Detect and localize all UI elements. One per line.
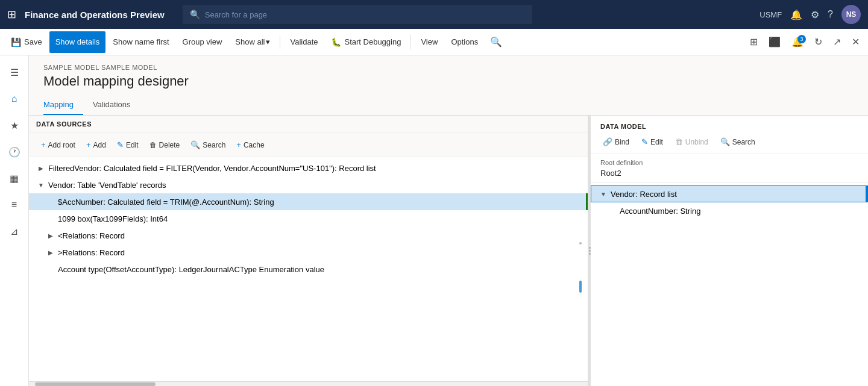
sidebar-item-list[interactable]: ≡ — [2, 193, 27, 217]
expand-icon-vendor[interactable]: ▼ — [36, 182, 46, 188]
ds-scrollbar-h[interactable] — [29, 381, 588, 386]
search-input[interactable] — [205, 10, 525, 19]
sidebar-item-home[interactable]: ⌂ — [2, 87, 27, 111]
show-all-button[interactable]: Show all ▾ — [229, 31, 276, 53]
expand-icon-relationsLt[interactable]: ▶ — [46, 232, 55, 239]
search-ds-button[interactable]: 🔍 Search — [186, 138, 230, 152]
dm-item-accountNumber[interactable]: AccountNumber: String — [591, 202, 868, 219]
datamodel-panel: DATA MODEL 🔗 Bind ✎ Edit 🗑 Unbind — [591, 116, 868, 386]
save-icon: 💾 — [11, 37, 21, 47]
add-icon: + — [86, 140, 91, 149]
action-bar: 💾 Save Show details Show name first Grou… — [0, 29, 868, 55]
validate-button[interactable]: Validate — [284, 31, 324, 53]
expand-icon[interactable]: ⬛ — [765, 34, 784, 50]
add-button[interactable]: + Add — [81, 138, 111, 152]
top-nav: ⊞ Finance and Operations Preview 🔍 USMF … — [0, 0, 868, 29]
notification-badge: 3 — [797, 35, 806, 43]
sidebar-item-filter[interactable]: ⊿ — [2, 219, 27, 243]
datasources-panel: DATA SOURCES + Add root + Add ✎ Edit — [29, 116, 588, 386]
cache-button[interactable]: + Cache — [231, 138, 269, 152]
group-view-button[interactable]: Group view — [177, 31, 228, 53]
tree-item-accountType[interactable]: Account type(OffsetAccountType): LedgerJ… — [29, 261, 588, 278]
dm-search-icon: 🔍 — [720, 137, 730, 146]
app-title: Finance and Operations Preview — [25, 10, 165, 20]
search-bar-icon[interactable]: 🔍 — [485, 34, 507, 50]
delete-icon: 🗑 — [149, 141, 157, 149]
dm-expand-vendor[interactable]: ▼ — [599, 191, 608, 198]
sidebar-item-menu[interactable]: ☰ — [2, 60, 27, 84]
breadcrumb: SAMPLE MODEL SAMPLE MODEL — [43, 64, 854, 71]
dm-edit-button[interactable]: ✎ Edit — [637, 135, 668, 149]
show-name-first-button[interactable]: Show name first — [107, 31, 175, 53]
datasources-tree: ▶ FilteredVendor: Calculated field = FIL… — [29, 157, 588, 381]
datamodel-toolbar: 🔗 Bind ✎ Edit 🗑 Unbind 🔍 Search — [591, 132, 868, 154]
tree-item-relationsGt[interactable]: ▶ >Relations: Record — [29, 244, 588, 261]
company-label: USMF — [760, 10, 782, 19]
page-title: Model mapping designer — [43, 73, 854, 89]
datamodel-header: DATA MODEL — [591, 116, 868, 132]
add-root-button[interactable]: + Add root — [36, 138, 80, 152]
edit-button[interactable]: ✎ Edit — [112, 138, 143, 152]
datasources-header: DATA SOURCES — [29, 116, 588, 133]
selected-bar-blue — [866, 186, 867, 202]
sidebar-item-workspaces[interactable]: ▦ — [2, 166, 27, 190]
refresh-icon[interactable]: ↻ — [811, 34, 826, 50]
edit-icon: ✎ — [117, 140, 124, 149]
save-button[interactable]: 💾 Save — [5, 31, 48, 53]
sidebar-item-favorites[interactable]: ★ — [2, 113, 27, 137]
options-button[interactable]: Options — [445, 31, 484, 53]
expand-icon-relationsGt[interactable]: ▶ — [46, 249, 55, 256]
page-header: SAMPLE MODEL SAMPLE MODEL Model mapping … — [29, 55, 868, 95]
tree-item-vendor[interactable]: ▼ Vendor: Table 'VendTable' records — [29, 176, 588, 193]
delete-button[interactable]: 🗑 Delete — [145, 139, 185, 152]
bind-button[interactable]: 🔗 Bind — [598, 135, 634, 149]
tree-item-filteredVendor[interactable]: ▶ FilteredVendor: Calculated field = FIL… — [29, 160, 588, 176]
ds-scroll-thumb[interactable] — [35, 382, 156, 386]
search-ds-icon: 🔍 — [190, 140, 200, 149]
tab-validations[interactable]: Validations — [93, 95, 140, 115]
sidebar-item-recent[interactable]: 🕐 — [2, 140, 27, 164]
separator-2 — [410, 35, 411, 49]
unbind-button[interactable]: 🗑 Unbind — [670, 135, 713, 149]
notification-icon[interactable]: 🔔 — [790, 9, 802, 20]
view-button[interactable]: View — [415, 31, 444, 53]
main-layout: ☰ ⌂ ★ 🕐 ▦ ≡ ⊿ SAMPLE MODEL SAMPLE MODEL … — [0, 55, 868, 386]
dm-edit-icon: ✎ — [641, 137, 648, 146]
selected-bar-green — [586, 193, 588, 210]
start-debugging-button[interactable]: 🐛 Start Debugging — [325, 31, 407, 53]
tab-mapping[interactable]: Mapping — [43, 95, 83, 115]
bind-icon: 🔗 — [603, 137, 612, 146]
help-icon[interactable]: ? — [828, 9, 833, 20]
root-definition: Root definition Root2 — [591, 154, 868, 183]
right-icons: ⊞ ⬛ 🔔 3 ↻ ↗ ✕ — [746, 34, 863, 50]
close-icon[interactable]: ✕ — [848, 34, 863, 50]
content-area: SAMPLE MODEL SAMPLE MODEL Model mapping … — [29, 55, 868, 386]
vscroll-mark-1 — [579, 242, 582, 244]
avatar[interactable]: NS — [841, 5, 861, 24]
cache-icon: + — [236, 140, 241, 149]
datasources-toolbar: + Add root + Add ✎ Edit 🗑 Delete — [29, 133, 588, 157]
separator-1 — [280, 35, 280, 49]
vscroll-mark-2 — [579, 281, 582, 293]
left-sidebar: ☰ ⌂ ★ 🕐 ▦ ≡ ⊿ — [0, 55, 29, 386]
expand-icon-filteredVendor[interactable]: ▶ — [36, 165, 46, 172]
unbind-icon: 🗑 — [675, 137, 683, 146]
chevron-down-icon: ▾ — [266, 37, 270, 46]
root-def-label: Root definition — [600, 159, 858, 166]
split-content: DATA SOURCES + Add root + Add ✎ Edit — [29, 116, 868, 386]
dm-search-button[interactable]: 🔍 Search — [715, 135, 760, 149]
tabs-bar: Mapping Validations — [29, 95, 868, 116]
grid-icon[interactable]: ⊞ — [7, 8, 16, 21]
dm-item-vendorRecordList[interactable]: ▼ Vendor: Record list — [591, 185, 868, 202]
notification-bar-icon[interactable]: 🔔 3 — [788, 34, 807, 50]
connect-icon[interactable]: ⊞ — [746, 34, 761, 50]
tree-item-relationsLt[interactable]: ▶ <Relations: Record — [29, 227, 588, 244]
open-external-icon[interactable]: ↗ — [829, 34, 844, 50]
settings-icon[interactable]: ⚙ — [811, 9, 819, 20]
tree-item-accNumber[interactable]: $AccNumber: Calculated field = TRIM(@.Ac… — [29, 193, 588, 210]
datamodel-tree: ▼ Vendor: Record list AccountNumber: Str… — [591, 183, 868, 386]
search-icon: 🔍 — [190, 10, 200, 19]
show-details-button[interactable]: Show details — [49, 31, 106, 53]
tree-item-tax1099[interactable]: 1099 box(Tax1099Fields): Int64 — [29, 210, 588, 227]
global-search-bar[interactable]: 🔍 — [183, 5, 532, 24]
